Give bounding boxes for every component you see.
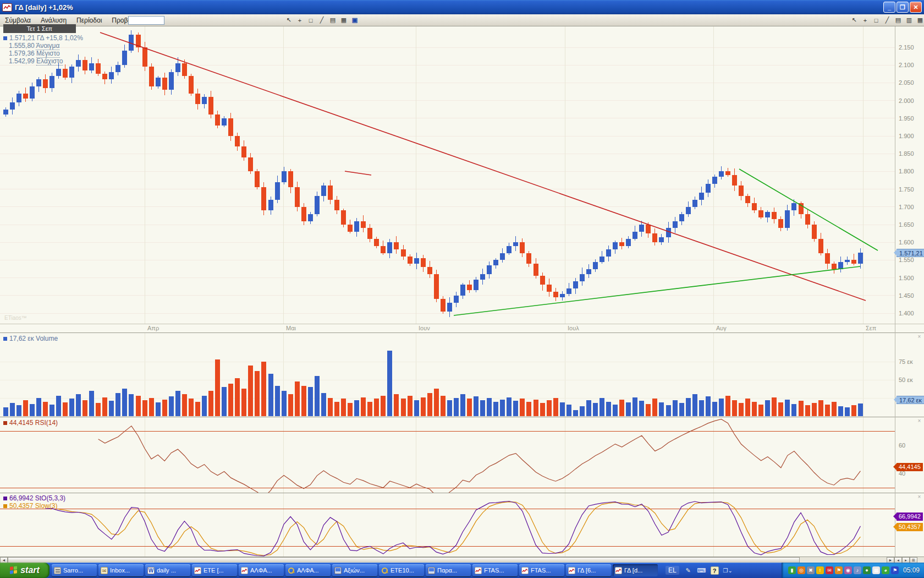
toolbar-right: ↖+□╱▤▥▦	[849, 15, 924, 25]
task-button-ftas[interactable]: FTAS...	[472, 564, 518, 576]
mag-icon	[381, 567, 388, 574]
removable-device-icon[interactable]: ▮	[788, 566, 796, 574]
month-label: Απρ	[147, 325, 159, 331]
close-button[interactable]: ✕	[910, 2, 922, 13]
series-marker	[3, 36, 7, 40]
media-player-icon[interactable]: ◉	[844, 566, 852, 574]
month-label: Ιουλ	[568, 325, 579, 331]
support-green-lower[interactable]	[454, 266, 860, 315]
start-button[interactable]: start	[0, 563, 50, 578]
bars-icon	[54, 567, 61, 574]
price-axis-label: 2.150	[899, 44, 914, 51]
stochastic-panel[interactable]	[0, 493, 924, 557]
messenger-icon[interactable]: ◕	[882, 566, 889, 574]
rsi-pane-close-icon[interactable]: ×	[916, 418, 922, 424]
price-axis-label: 1.750	[899, 186, 914, 193]
toolbar-left: ↖+□╱▤▦▣	[284, 15, 360, 25]
task-button-inbox[interactable]: ✉Inbox...	[98, 564, 144, 576]
network-icon[interactable]: ⚑	[891, 566, 899, 574]
volume-bars[interactable]	[0, 333, 895, 417]
tray-icons: ▮◎✖!✉⚑◉♪●▦◕⚑	[788, 566, 899, 574]
crosshair-tool-icon[interactable]: +	[295, 15, 305, 25]
task-button-παρα[interactable]: Παρα...	[426, 564, 471, 576]
security-shield-icon[interactable]: !	[816, 566, 824, 574]
stochastic-lines-chart[interactable]	[0, 493, 895, 557]
legend-low-line: 1.542,99 Ελάχιστο	[3, 57, 83, 65]
keyboard-icon[interactable]: ⌨	[697, 566, 706, 575]
cursor-tool-icon[interactable]: ↖	[849, 15, 859, 25]
price-axis-label: 2.000	[899, 97, 914, 104]
task-button-daily[interactable]: Wdaily ...	[145, 564, 190, 576]
help-icon[interactable]: ?	[711, 566, 719, 575]
cd-burner-icon[interactable]: ◎	[798, 566, 805, 574]
mag-icon	[288, 567, 295, 574]
zoom-box-tool-icon[interactable]: □	[306, 15, 316, 25]
antivirus-icon[interactable]: ●	[863, 566, 871, 574]
network-offline-icon[interactable]: ✖	[807, 566, 815, 574]
last-volume-tag: 17,62 εκ	[897, 396, 924, 404]
downtrend-red-long[interactable]	[100, 32, 866, 301]
task-button-γδd[interactable]: ΓΔ [d...	[613, 564, 658, 576]
stoch-pane-close-icon[interactable]: ×	[916, 494, 922, 500]
grid-tool-icon[interactable]: ▤	[893, 15, 903, 25]
task-button-ete[interactable]: ETE [...	[192, 564, 237, 576]
mail-alert-icon[interactable]: ✉	[826, 566, 833, 574]
mailapp-icon: ✉	[101, 567, 108, 574]
candlestick-chart[interactable]	[0, 26, 895, 324]
chart-icon	[615, 567, 622, 574]
menu-analysis[interactable]: Ανάλυση	[36, 15, 72, 25]
red-short-segment[interactable]	[345, 171, 371, 175]
rsi-panel[interactable]: 6040	[0, 417, 924, 492]
price-axis-label: 1.800	[899, 168, 914, 175]
volume-legend: 17,62 εκ Volume	[3, 335, 58, 342]
audio-volume-icon[interactable]: ♪	[854, 566, 861, 574]
chart-type-icon[interactable]: ▦	[339, 15, 349, 25]
window-titlebar[interactable]: ΓΔ [daily] +1,02% _ ❐ ✕	[0, 0, 924, 14]
pen-input-icon[interactable]: ✎	[684, 566, 692, 575]
trendline-tool-icon[interactable]: ╱	[882, 15, 892, 25]
show-hidden-icons-chevron[interactable]: ❐⌄	[724, 566, 732, 575]
task-button-αλφα[interactable]: ΑΛΦΑ...	[285, 564, 331, 576]
volume-pane-close-icon[interactable]: ×	[916, 334, 922, 340]
month-label: Μαι	[286, 325, 296, 331]
task-button-αλφα[interactable]: ΑΛΦΑ...	[239, 564, 284, 576]
window-new-icon[interactable]: ▦	[915, 15, 924, 25]
price-axis-label: 1.500	[899, 275, 914, 281]
stoch-k-value-tag: 66,9942	[897, 512, 923, 521]
cursor-tool-icon[interactable]: ↖	[284, 15, 294, 25]
month-label: Ιουν	[419, 325, 430, 331]
menu-symbols[interactable]: Σύμβολα	[0, 15, 36, 25]
chart-icon	[475, 567, 482, 574]
language-indicator[interactable]: EL	[666, 566, 679, 575]
grid-tool-icon[interactable]: ▤	[328, 15, 338, 25]
trendline-tool-icon[interactable]: ╱	[317, 15, 327, 25]
zoom-box-tool-icon[interactable]: □	[871, 15, 881, 25]
clock: 05:09	[903, 566, 920, 574]
task-button-αξιν[interactable]: Αξιών...	[332, 564, 377, 576]
save-icon[interactable]: ▣	[350, 15, 360, 25]
rsi-value-tag: 44,4145	[897, 463, 923, 471]
task-button-ete10[interactable]: ETE10...	[379, 564, 424, 576]
menu-periods[interactable]: Περίοδοι	[72, 15, 107, 25]
task-button-sarro[interactable]: Sarro...	[52, 564, 97, 576]
wedge-green-upper[interactable]	[739, 169, 878, 250]
rsi-line-chart[interactable]	[0, 417, 895, 493]
volume-axis-label: 75 εκ	[899, 358, 913, 365]
task-button-ftas[interactable]: FTAS...	[519, 564, 564, 576]
task-buttons: Sarro...✉Inbox...Wdaily ...ETE [...ΑΛΦΑ.…	[52, 564, 658, 576]
download-flag-icon[interactable]: ⚑	[835, 566, 843, 574]
maximize-button[interactable]: ❐	[897, 2, 909, 13]
price-axis-label: 2.050	[899, 79, 914, 86]
volume-panel[interactable]: 75 εκ50 εκ25 εκ	[0, 332, 924, 416]
scheduler-icon[interactable]: ▦	[872, 566, 880, 574]
price-chart-panel[interactable]: 2.1502.1002.0502.0001.9501.9001.8501.800…	[0, 26, 924, 324]
legend-date: Τετ 1 Σεπ	[3, 24, 76, 33]
time-axis: ΑπρΜαιΙουνΙουλΑυγΣεπ	[0, 324, 924, 332]
price-axis-label: 1.950	[899, 115, 914, 122]
task-button-γδ6[interactable]: ΓΔ [6...	[566, 564, 611, 576]
minimize-button[interactable]: _	[883, 2, 895, 13]
price-axis-label: 1.650	[899, 221, 914, 228]
window-tile-icon[interactable]: ▥	[904, 15, 914, 25]
symbol-input[interactable]	[128, 16, 164, 25]
crosshair-tool-icon[interactable]: +	[860, 15, 870, 25]
